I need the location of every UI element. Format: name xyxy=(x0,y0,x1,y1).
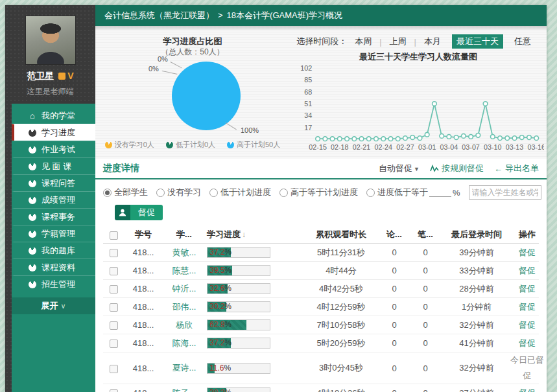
data-point[interactable] xyxy=(366,137,371,141)
filter-radio-5[interactable]: 进度低于等于% xyxy=(366,187,460,198)
student-name-link[interactable]: 陈慧... xyxy=(163,265,206,277)
row-checkbox[interactable] xyxy=(110,321,118,330)
radio-icon[interactable] xyxy=(156,189,165,197)
data-point[interactable] xyxy=(396,137,400,141)
legend-item-2[interactable]: 低于计划0人 xyxy=(166,140,215,150)
filter-radio-4[interactable]: 高于等于计划进度 xyxy=(279,187,358,198)
data-point[interactable] xyxy=(330,137,335,141)
radio-icon[interactable] xyxy=(209,189,218,197)
urge-link[interactable]: 督促 xyxy=(510,386,544,392)
data-point[interactable] xyxy=(338,137,342,141)
data-point[interactable] xyxy=(498,136,503,141)
sidebar-item-course-affairs[interactable]: 课程事务 xyxy=(12,208,95,225)
column-header-2[interactable]: 学... xyxy=(163,229,206,240)
radio-icon[interactable] xyxy=(279,189,288,197)
column-header-4[interactable]: 累积观看时长 xyxy=(302,229,381,240)
column-header-1[interactable]: 学号 xyxy=(124,229,163,240)
legend-item-1[interactable]: 没有学习0人 xyxy=(105,140,154,150)
data-point[interactable] xyxy=(403,136,408,141)
sidebar-item-grade-management[interactable]: 成绩管理 xyxy=(12,191,95,208)
data-point[interactable] xyxy=(527,135,532,140)
percent-blank-field[interactable] xyxy=(429,189,451,197)
urge-link[interactable]: 督促 xyxy=(510,336,544,351)
data-point[interactable] xyxy=(381,137,386,141)
data-point[interactable] xyxy=(462,134,466,139)
row-checkbox[interactable] xyxy=(110,285,118,294)
time-option-2[interactable]: 上周 xyxy=(385,34,411,49)
urge-link[interactable]: 督促 xyxy=(510,299,544,315)
student-name-link[interactable]: 钟沂... xyxy=(163,283,206,295)
sidebar-item-course-qa[interactable]: 课程问答 xyxy=(12,174,95,191)
sidebar-item-my-school[interactable]: ⌂我的学堂 xyxy=(12,108,95,124)
row-checkbox[interactable] xyxy=(110,267,118,275)
data-point[interactable] xyxy=(490,135,495,139)
data-point[interactable] xyxy=(476,133,480,137)
student-name-link[interactable]: 黄敏... xyxy=(163,247,206,259)
column-header-6[interactable]: 笔... xyxy=(408,229,443,240)
data-point[interactable] xyxy=(323,137,327,141)
auto-urge-dropdown[interactable]: 自动督促▼ xyxy=(379,163,420,174)
rule-urge-button[interactable]: 按规则督促 xyxy=(430,163,484,174)
urge-button[interactable]: 督促 xyxy=(115,205,163,220)
student-name-link[interactable]: 邵伟... xyxy=(163,301,206,313)
data-point[interactable] xyxy=(359,137,364,141)
student-name-link[interactable]: 陈海... xyxy=(163,338,206,349)
urge-link[interactable]: 督促 xyxy=(510,281,544,297)
student-name-link[interactable]: 杨欣 xyxy=(163,319,206,331)
expand-button[interactable]: 展开∨ xyxy=(12,297,95,314)
data-point[interactable] xyxy=(425,132,429,137)
sidebar-item-course-materials[interactable]: 课程资料 xyxy=(12,259,95,275)
student-name-link[interactable]: 夏诗... xyxy=(163,362,206,374)
data-point[interactable] xyxy=(388,137,393,141)
column-header-5[interactable]: 论... xyxy=(381,229,408,240)
data-point[interactable] xyxy=(433,102,437,106)
export-list-button[interactable]: ← 导出名单 xyxy=(494,163,539,174)
filter-radio-2[interactable]: 没有学习 xyxy=(156,187,201,198)
time-option-3[interactable]: 本月 xyxy=(420,34,445,49)
filter-radio-3[interactable]: 低于计划进度 xyxy=(209,187,271,198)
student-name-link[interactable]: 陈子... xyxy=(163,387,206,392)
time-option-1[interactable]: 本周 xyxy=(350,34,376,49)
data-point[interactable] xyxy=(469,135,473,139)
sidebar-item-enrollment[interactable]: 招生管理 xyxy=(12,275,95,292)
sidebar-item-meeting-class[interactable]: 见 面 课 xyxy=(12,157,95,174)
column-header-7[interactable]: 最后登录时间 xyxy=(443,229,510,240)
data-point[interactable] xyxy=(519,135,524,140)
data-point[interactable] xyxy=(512,136,517,141)
time-option-4[interactable]: 最近三十天 xyxy=(452,34,503,49)
row-checkbox[interactable] xyxy=(110,303,118,312)
data-point[interactable] xyxy=(374,137,379,141)
radio-icon[interactable] xyxy=(103,189,112,197)
urge-link[interactable]: 督促 xyxy=(510,263,544,279)
urge-link[interactable]: 督促 xyxy=(510,245,544,260)
sidebar-item-my-question-bank[interactable]: 我的题库 xyxy=(12,242,95,259)
data-point[interactable] xyxy=(352,137,357,141)
sidebar-item-study-progress[interactable]: 学习进度 xyxy=(12,124,95,141)
sidebar-item-student-records[interactable]: 学籍管理 xyxy=(12,225,95,242)
search-input[interactable] xyxy=(469,185,541,200)
data-point[interactable] xyxy=(447,135,451,139)
row-checkbox[interactable] xyxy=(110,365,118,373)
row-checkbox[interactable] xyxy=(110,249,118,257)
sidebar-item-homework-exam[interactable]: 作业考试 xyxy=(12,141,95,157)
column-header-3[interactable]: 学习进度↓ xyxy=(206,229,302,240)
data-point[interactable] xyxy=(345,137,350,141)
select-all-checkbox[interactable] xyxy=(110,231,118,240)
radio-icon[interactable] xyxy=(366,189,375,197)
data-point[interactable] xyxy=(418,136,422,141)
column-header-8[interactable]: 操作 xyxy=(510,227,544,242)
row-checkbox[interactable] xyxy=(110,389,118,392)
data-point[interactable] xyxy=(454,135,458,140)
data-point[interactable] xyxy=(440,134,444,139)
sort-desc-icon[interactable]: ↓ xyxy=(242,230,246,239)
legend-item-3[interactable]: 高于计划50人 xyxy=(227,140,280,150)
row-checkbox[interactable] xyxy=(110,340,118,348)
data-point[interactable] xyxy=(410,135,415,140)
data-point[interactable] xyxy=(316,137,320,141)
urge-link[interactable]: 督促 xyxy=(510,317,544,333)
filter-radio-1[interactable]: 全部学生 xyxy=(103,187,148,198)
data-point[interactable] xyxy=(483,102,488,106)
breadcrumb-root[interactable]: 会计信息系统（黑龙江联盟） xyxy=(104,10,214,20)
time-option-5[interactable]: 任意 xyxy=(510,34,536,49)
data-point[interactable] xyxy=(534,136,539,141)
